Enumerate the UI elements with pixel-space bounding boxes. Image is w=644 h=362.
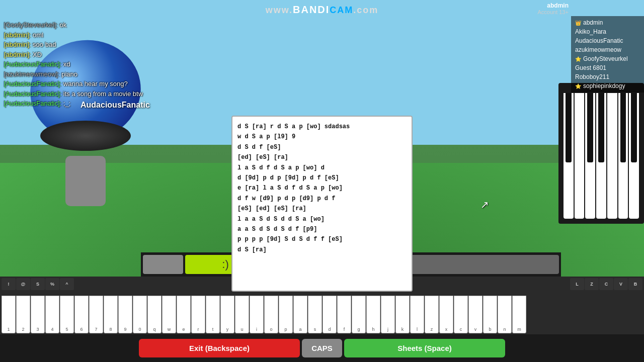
key-caret[interactable]: ^ (60, 278, 74, 290)
player-list-item: ⭐GoofySteveurkel (571, 54, 644, 63)
player-list-item: Roboboy211 (571, 72, 644, 81)
key-v[interactable]: v (468, 296, 482, 333)
player-list-item: AudaciousFanatic (571, 36, 644, 45)
caps-button[interactable]: CAPS (302, 339, 342, 357)
sheet-line: p p p p [9d] S d S d f f [eS] (237, 234, 407, 244)
deco-key-3 (585, 93, 595, 219)
sheet-line: e [ra] l a S d f d S a p [wo] (237, 183, 407, 193)
key-5[interactable]: 5 (60, 296, 74, 333)
key-m[interactable]: m (512, 296, 526, 333)
key-9[interactable]: 9 (118, 296, 132, 333)
key-x[interactable]: x (439, 296, 453, 333)
sheet-line: d S [ra] r d S a p [wo] sdadsas (237, 122, 407, 132)
key-3[interactable]: 3 (31, 296, 45, 333)
player-list-item: Akiko_Hara (571, 27, 644, 36)
key-i[interactable]: i (250, 296, 264, 333)
key-B-top[interactable]: B (628, 278, 642, 290)
key-a[interactable]: a (293, 296, 307, 333)
key-V-top[interactable]: V (614, 278, 628, 290)
player-list-item: azukimeowmeow (571, 45, 644, 54)
key-s[interactable]: s (308, 296, 322, 333)
chat-message: [AudaciousFanatic]: ;_; (4, 99, 207, 109)
key-z[interactable]: z (425, 296, 439, 333)
chat-message: [GoofySteveurkel]: ok (4, 20, 207, 30)
chat-message: [AudaciousFanatic]: its a song from a mo… (4, 89, 207, 99)
deco-key-6 (618, 93, 628, 219)
chat-message: [abdmin]: XD (4, 50, 207, 60)
key-8[interactable]: 8 (104, 296, 118, 333)
sheet-line: d f w [d9] p d p [d9] p d f (237, 194, 407, 204)
player-list-item: ⭐sophiepinkdogy (571, 81, 644, 90)
chat-message: [abdmin]: soo bad (4, 40, 207, 50)
key-u[interactable]: u (235, 296, 249, 333)
key-e[interactable]: e (177, 296, 191, 333)
deco-key-4 (596, 93, 606, 219)
key-w[interactable]: w (162, 296, 176, 333)
key-t[interactable]: t (206, 296, 220, 333)
sheet-line: l a S d f d S a p [wo] d (237, 163, 407, 173)
key-L[interactable]: L (570, 278, 584, 290)
key-percent[interactable]: % (45, 278, 59, 290)
sheet-line: l a a S d S d d S a [wo] (237, 214, 407, 224)
key-c[interactable]: c (454, 296, 468, 333)
key-r[interactable]: r (191, 296, 205, 333)
chat-message: [azukimeowmeow]: piano (4, 69, 207, 79)
sheet-line: a a S d S d S d f [p9] (237, 224, 407, 234)
key-exclaim[interactable]: ! (2, 278, 16, 290)
key-2[interactable]: 2 (16, 296, 30, 333)
key-h[interactable]: h (366, 296, 380, 333)
chat-panel: [GoofySteveurkel]: ok[abdmin]: oml[abdmi… (0, 16, 211, 113)
sheet-line: d S [ra] (237, 245, 407, 255)
key-l[interactable]: l (410, 296, 424, 333)
key-at[interactable]: @ (16, 278, 30, 290)
key-7[interactable]: 7 (89, 296, 103, 333)
keyboard-bottom-row: 1234567890qwertyuiopasdfghjklzxcvbnm (0, 292, 644, 334)
key-f[interactable]: f (337, 296, 351, 333)
chat-message: [AudaciousFanatic]: wanna hear my song? (4, 79, 207, 89)
deco-key-5 (607, 93, 617, 219)
key-q[interactable]: q (147, 296, 162, 333)
key-S[interactable]: S (31, 278, 45, 290)
key-o[interactable]: o (264, 296, 278, 333)
sheet-music-lines: d S [ra] r d S a p [wo] sdadsasw d S a p… (237, 122, 407, 255)
sheet-music-modal: d S [ra] r d S a p [wo] sdadsasw d S a p… (231, 116, 413, 292)
key-p[interactable]: p (279, 296, 293, 333)
key-j[interactable]: j (381, 296, 395, 333)
key-4[interactable]: 4 (45, 296, 59, 333)
player-list-item: Guest 6801 (571, 63, 644, 72)
account-info: Account 13+ (538, 9, 569, 15)
sheet-line: [ed] [eS] [ra] (237, 152, 407, 162)
player-list-item: 👑abdmin (571, 18, 644, 27)
sheet-line: d S d f [eS] (237, 142, 407, 152)
username-display: abdmin (538, 2, 569, 9)
key-1[interactable]: 1 (2, 296, 16, 333)
chat-message: [abdmin]: oml (4, 30, 207, 40)
decorative-piano (558, 83, 644, 224)
key-y[interactable]: y (220, 296, 234, 333)
key-Z-top[interactable]: Z (585, 278, 599, 290)
key-n[interactable]: n (498, 296, 512, 333)
key-d[interactable]: d (323, 296, 337, 333)
chat-message: [AudaciousFanatic]: xd (4, 59, 207, 69)
user-info: abdmin Account 13+ (538, 2, 569, 15)
sheet-line: [eS] [ed] [eS] [ra] (237, 204, 407, 214)
deco-key-1 (564, 93, 574, 219)
key-0[interactable]: 0 (133, 296, 147, 333)
sheets-button[interactable]: Sheets (Space) (344, 339, 505, 357)
sheet-line: w d S a p [l9] 9 (237, 132, 407, 142)
deco-key-7 (629, 93, 639, 219)
exit-button[interactable]: Exit (Backspace) (139, 339, 300, 357)
deco-key-2 (575, 93, 585, 219)
key-k[interactable]: k (395, 296, 410, 333)
sheet-line: d [9d] p d p [9d] p d f [eS] (237, 173, 407, 183)
key-6[interactable]: 6 (74, 296, 89, 333)
bottom-button-bar: Exit (Backspace) CAPS Sheets (Space) (0, 334, 644, 362)
piano-btn-gray-1 (143, 255, 183, 274)
key-b[interactable]: b (483, 296, 497, 333)
key-C-top[interactable]: C (599, 278, 613, 290)
mouse-cursor: ↗ (480, 199, 489, 211)
key-g[interactable]: g (352, 296, 366, 333)
player-list: 👑abdminAkiko_HaraAudaciousFanaticazukime… (571, 16, 644, 93)
